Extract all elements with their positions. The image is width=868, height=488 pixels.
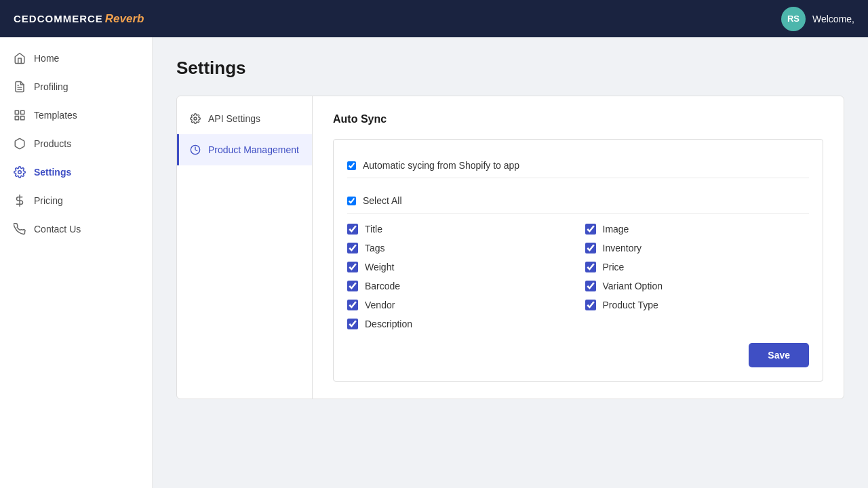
sidebar-item-profiling[interactable]: Profiling xyxy=(0,73,152,101)
field-inventory-checkbox[interactable] xyxy=(585,243,596,253)
field-description-checkbox[interactable] xyxy=(347,319,358,329)
svg-rect-5 xyxy=(21,117,24,120)
field-title-label: Title xyxy=(365,224,382,235)
svg-rect-3 xyxy=(21,110,24,114)
profiling-icon xyxy=(14,81,26,93)
field-tags-label: Tags xyxy=(365,243,385,253)
settings-card: API Settings Product Management Auto Syn… xyxy=(176,96,844,399)
select-all-label: Select All xyxy=(363,195,402,206)
sidebar-label-home: Home xyxy=(34,53,59,64)
field-vendor-checkbox[interactable] xyxy=(347,300,358,310)
field-price-checkbox[interactable] xyxy=(585,262,596,272)
save-btn-row: Save xyxy=(347,343,809,367)
field-barcode: Barcode xyxy=(347,281,572,291)
field-tags-checkbox[interactable] xyxy=(347,243,358,253)
contact-icon xyxy=(14,223,26,235)
templates-icon xyxy=(14,109,26,121)
settings-icon xyxy=(14,166,26,178)
field-description: Description xyxy=(347,319,572,329)
sidebar-label-profiling: Profiling xyxy=(34,81,68,92)
auto-sync-row: Automatic sycing from Shopify to app xyxy=(347,153,809,178)
save-button[interactable]: Save xyxy=(749,343,809,367)
auto-sync-title: Auto Sync xyxy=(333,113,823,125)
select-all-checkbox[interactable] xyxy=(347,197,356,205)
field-variant-option-label: Variant Option xyxy=(603,281,663,291)
main-layout: Home Profiling Templates xyxy=(0,37,868,488)
logo-commerce: COMMERCE xyxy=(37,13,103,24)
svg-rect-2 xyxy=(15,110,18,114)
auto-sync-label: Automatic sycing from Shopify to app xyxy=(363,160,519,171)
field-price-label: Price xyxy=(603,262,625,272)
field-price: Price xyxy=(585,262,810,272)
clock-icon xyxy=(189,144,201,156)
field-product-type-checkbox[interactable] xyxy=(585,300,596,310)
settings-nav: API Settings Product Management xyxy=(177,96,313,399)
sidebar-item-pricing[interactable]: Pricing xyxy=(0,186,152,215)
field-description-label: Description xyxy=(365,319,412,329)
logo: CEDCOMMERCEReverb xyxy=(14,12,144,26)
sidebar-label-settings: Settings xyxy=(34,167,71,178)
field-weight-label: Weight xyxy=(365,262,394,272)
settings-right-content: Auto Sync Automatic sycing from Shopify … xyxy=(313,96,844,399)
field-inventory: Inventory xyxy=(585,243,810,253)
select-all-row: Select All xyxy=(347,188,809,214)
svg-point-6 xyxy=(18,171,22,174)
settings-nav-api[interactable]: API Settings xyxy=(177,103,312,134)
header-right: RS Welcome, xyxy=(781,7,854,31)
field-image-checkbox[interactable] xyxy=(585,224,596,235)
sidebar-item-settings[interactable]: Settings xyxy=(0,158,152,186)
main-content: Settings API Settings xyxy=(153,37,868,488)
sidebar-label-templates: Templates xyxy=(34,110,77,121)
svg-rect-4 xyxy=(15,117,18,120)
field-image-label: Image xyxy=(603,224,629,235)
field-vendor: Vendor xyxy=(347,300,572,310)
field-inventory-label: Inventory xyxy=(603,243,642,253)
field-weight: Weight xyxy=(347,262,572,272)
field-product-type: Product Type xyxy=(585,300,810,310)
settings-nav-product-management[interactable]: Product Management xyxy=(177,134,312,165)
app-header: CEDCOMMERCEReverb RS Welcome, xyxy=(0,0,868,37)
logo-ced: CED xyxy=(14,13,37,24)
field-barcode-checkbox[interactable] xyxy=(347,281,358,291)
field-weight-checkbox[interactable] xyxy=(347,262,358,272)
field-vendor-label: Vendor xyxy=(365,300,395,310)
products-icon xyxy=(14,138,26,150)
sidebar: Home Profiling Templates xyxy=(0,37,153,488)
sidebar-item-products[interactable]: Products xyxy=(0,129,152,158)
field-barcode-label: Barcode xyxy=(365,281,400,291)
sidebar-label-pricing: Pricing xyxy=(34,195,63,206)
page-title: Settings xyxy=(176,58,844,79)
sidebar-label-contact-us: Contact Us xyxy=(34,224,81,235)
field-title: Title xyxy=(347,224,572,235)
field-title-checkbox[interactable] xyxy=(347,224,358,235)
auto-sync-checkbox[interactable] xyxy=(347,161,356,170)
field-tags: Tags xyxy=(347,243,572,253)
sidebar-item-templates[interactable]: Templates xyxy=(0,101,152,129)
welcome-text: Welcome, xyxy=(812,14,854,24)
field-product-type-label: Product Type xyxy=(603,300,658,310)
api-settings-label: API Settings xyxy=(208,113,260,124)
fields-grid: Title Image Tags Inventory xyxy=(347,224,809,329)
field-variant-option: Variant Option xyxy=(585,281,810,291)
field-image: Image xyxy=(585,224,810,235)
sidebar-item-contact-us[interactable]: Contact Us xyxy=(0,215,152,243)
avatar: RS xyxy=(781,7,806,31)
sidebar-item-home[interactable]: Home xyxy=(0,44,152,73)
logo-reverb: Reverb xyxy=(105,12,144,26)
sidebar-label-products: Products xyxy=(34,138,71,149)
home-icon xyxy=(14,52,26,64)
pricing-icon xyxy=(14,195,26,207)
svg-point-8 xyxy=(194,117,197,120)
gear-icon xyxy=(189,113,201,125)
product-management-label: Product Management xyxy=(208,144,299,155)
field-variant-option-checkbox[interactable] xyxy=(585,281,596,291)
